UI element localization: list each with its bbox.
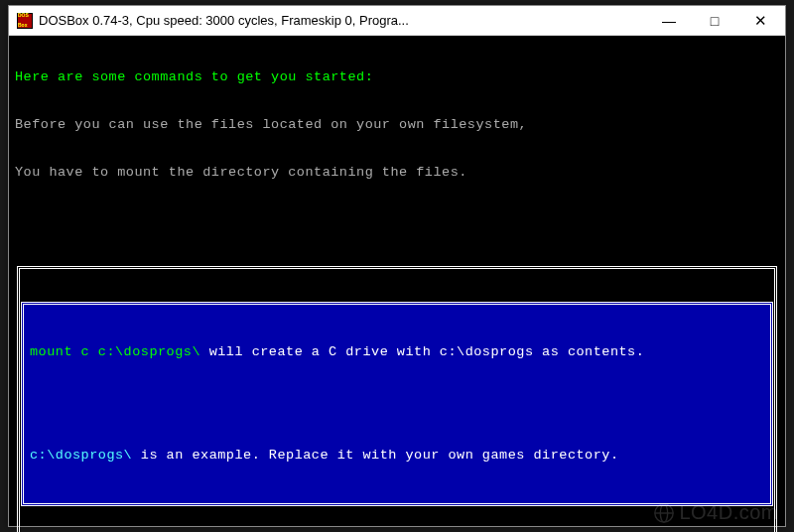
terminal-header: Here are some commands to get you starte… <box>15 69 779 85</box>
box-line-2: c:\dosprogs\ is an example. Replace it w… <box>30 446 764 466</box>
globe-icon <box>653 502 675 524</box>
terminal-intro-line2: You have to mount the directory containi… <box>15 165 779 181</box>
dosbox-window: DOSBox 0.74-3, Cpu speed: 3000 cycles, F… <box>8 5 786 527</box>
example-path: c:\dosprogs\ <box>30 448 132 463</box>
dosbox-icon <box>17 13 33 29</box>
watermark: LO4D.com <box>653 501 778 524</box>
box-spacer <box>30 394 764 414</box>
terminal-intro-line1: Before you can use the files located on … <box>15 117 779 133</box>
box-line1-text: will create a C drive with c:\dosprogs a… <box>200 344 644 359</box>
close-button[interactable]: ✕ <box>737 6 783 36</box>
mount-command: mount c c:\dosprogs\ <box>30 344 200 359</box>
watermark-text: LO4D.com <box>679 501 778 524</box>
box-line-1: mount c c:\dosprogs\ will create a C dri… <box>30 342 764 362</box>
minimize-button[interactable]: — <box>646 6 692 36</box>
box-line2-text: is an example. Replace it with your own … <box>132 448 618 463</box>
window-controls: — □ ✕ <box>646 6 783 35</box>
maximize-button[interactable]: □ <box>692 6 737 36</box>
titlebar[interactable]: DOSBox 0.74-3, Cpu speed: 3000 cycles, F… <box>9 6 785 36</box>
window-title: DOSBox 0.74-3, Cpu speed: 3000 cycles, F… <box>39 13 646 28</box>
instruction-box: mount c c:\dosprogs\ will create a C dri… <box>17 234 777 532</box>
terminal[interactable]: Here are some commands to get you starte… <box>9 36 785 526</box>
